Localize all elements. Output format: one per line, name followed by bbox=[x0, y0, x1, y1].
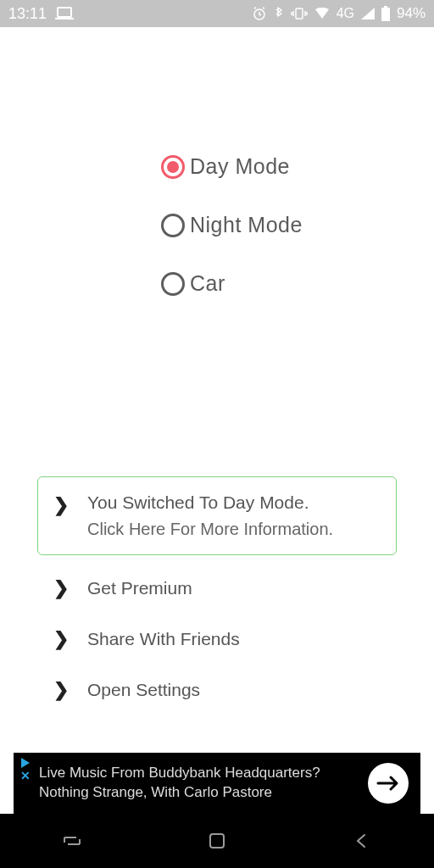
radio-day-label: Day Mode bbox=[190, 154, 290, 179]
status-time: 13:11 bbox=[8, 5, 47, 23]
network-label: 4G bbox=[337, 6, 354, 21]
svg-rect-3 bbox=[296, 8, 303, 19]
item-premium-label: Get Premium bbox=[87, 578, 192, 598]
mode-radios: Day Mode Night Mode Car bbox=[0, 154, 434, 296]
status-right: 4G 94% bbox=[252, 5, 426, 22]
ad-badge[interactable]: ✕ bbox=[14, 753, 37, 814]
alarm-icon bbox=[252, 6, 267, 21]
ad-text: Live Music From Buddybank Headquarters? … bbox=[37, 764, 368, 803]
radio-car-label: Car bbox=[190, 271, 225, 296]
battery-percent: 94% bbox=[397, 5, 426, 22]
nav-home-button[interactable] bbox=[200, 824, 234, 858]
chevron-right-icon: ❯ bbox=[53, 579, 69, 598]
radio-night-label: Night Mode bbox=[190, 213, 303, 237]
recent-icon bbox=[61, 832, 83, 849]
svg-rect-5 bbox=[384, 6, 387, 8]
action-items: ❯ You Switched To Day Mode. Click Here F… bbox=[0, 476, 434, 708]
svg-rect-6 bbox=[210, 834, 224, 848]
ad-line2: Nothing Strange, With Carlo Pastore bbox=[39, 783, 368, 803]
svg-rect-0 bbox=[58, 8, 71, 17]
item-settings[interactable]: ❯ Open Settings bbox=[37, 672, 397, 708]
radio-car[interactable]: Car bbox=[161, 271, 225, 296]
item-switched-texts: You Switched To Day Mode. Click Here For… bbox=[87, 492, 333, 539]
chevron-right-icon: ❯ bbox=[53, 681, 69, 699]
chevron-right-icon: ❯ bbox=[53, 496, 69, 515]
ad-go-button[interactable] bbox=[368, 763, 409, 804]
battery-icon bbox=[381, 6, 390, 21]
ad-close-icon[interactable]: ✕ bbox=[20, 770, 31, 782]
svg-rect-4 bbox=[381, 8, 390, 21]
chevron-right-icon: ❯ bbox=[53, 630, 69, 648]
signal-icon bbox=[361, 8, 375, 19]
bluetooth-icon bbox=[274, 6, 284, 21]
item-share[interactable]: ❯ Share With Friends bbox=[37, 621, 397, 657]
home-icon bbox=[208, 832, 226, 850]
item-switched-line2: Click Here For More Information. bbox=[87, 520, 333, 539]
radio-day-icon bbox=[161, 155, 185, 179]
item-settings-label: Open Settings bbox=[87, 680, 200, 700]
vibrate-icon bbox=[291, 7, 308, 20]
status-bar: 13:11 4G 94% bbox=[0, 0, 434, 27]
item-switched-line1: You Switched To Day Mode. bbox=[87, 492, 333, 513]
ad-line1: Live Music From Buddybank Headquarters? bbox=[39, 764, 368, 783]
nav-back-button[interactable] bbox=[345, 824, 379, 858]
laptop-icon bbox=[55, 7, 74, 20]
system-navbar bbox=[0, 814, 434, 868]
arrow-right-icon bbox=[376, 775, 400, 792]
svg-rect-1 bbox=[55, 18, 74, 19]
radio-car-icon bbox=[161, 272, 185, 296]
item-share-label: Share With Friends bbox=[87, 629, 240, 649]
radio-night[interactable]: Night Mode bbox=[161, 213, 303, 237]
item-switched[interactable]: ❯ You Switched To Day Mode. Click Here F… bbox=[37, 476, 397, 555]
nav-recent-button[interactable] bbox=[55, 824, 89, 858]
back-icon bbox=[353, 832, 371, 850]
radio-night-icon bbox=[161, 214, 185, 237]
main: Day Mode Night Mode Car ❯ You Switched T… bbox=[0, 27, 434, 753]
radio-day[interactable]: Day Mode bbox=[161, 154, 290, 179]
ad-banner[interactable]: ✕ Live Music From Buddybank Headquarters… bbox=[14, 753, 420, 814]
adchoices-icon bbox=[21, 758, 30, 768]
wifi-icon bbox=[314, 8, 330, 19]
status-left: 13:11 bbox=[8, 5, 74, 23]
item-premium[interactable]: ❯ Get Premium bbox=[37, 570, 397, 606]
